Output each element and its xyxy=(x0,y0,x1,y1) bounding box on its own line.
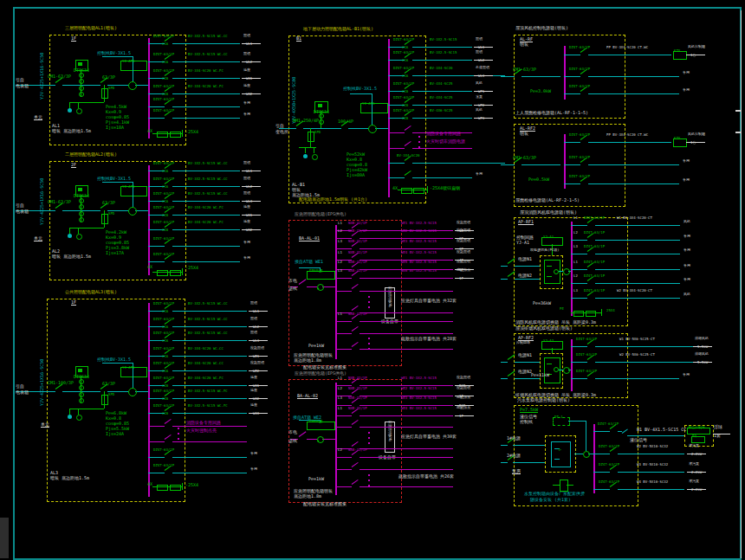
panel-al2-label: 引自 xyxy=(16,203,24,208)
panel-eps2-phase-label: L1 xyxy=(338,407,342,410)
panel-al3-wire xyxy=(182,483,183,490)
panel-ap1-breaker-label: DZ47-63/1P xyxy=(584,231,605,235)
panel-ap2-load-underline xyxy=(693,346,712,347)
panel-pump-wire xyxy=(501,462,508,463)
panel-eps2-label: EPS电源 xyxy=(309,420,322,423)
panel-rf2-cable-spec: PP BV-3X4-SC20 CT.WC xyxy=(606,133,648,137)
panel-al3-cable-spec: BV-3X2.5-SC15 WC.CC xyxy=(188,331,228,335)
panel-pump-label: 1套 xyxy=(714,434,721,438)
panel-alb1-breaker-rating: C16 xyxy=(402,46,408,49)
panel-al1-rect xyxy=(78,62,82,66)
panel-ap2-circle xyxy=(563,367,570,374)
panel-eps2-continuation-dot xyxy=(368,432,370,434)
panel-ap2-cable-spec: W1 BV-5X6-SC25-CT xyxy=(619,338,655,341)
panel-eps1-circuit-wire xyxy=(360,278,453,279)
panel-al2-circuit-wire xyxy=(172,261,240,262)
panel-al1-wire xyxy=(102,56,133,57)
panel-al2-cable-spec: BV-3X2.5-SC15 WC.CC xyxy=(188,162,228,165)
panel-al3-breaker-label: DZ47-63/1P xyxy=(153,404,174,408)
panel-eps1-label: 底边距地1.8m xyxy=(294,358,321,363)
panel-eps1-cable-spec: WE1 BV-3X2.5-SC15 xyxy=(401,222,437,225)
panel-alb1-circle xyxy=(303,154,308,158)
panel-al2-label: YJ-ATS xyxy=(122,185,134,189)
panel-ap2-circuit-wire xyxy=(571,346,587,347)
panel-al2-load-underline xyxy=(242,201,261,202)
panel-al1-load-name: 插座 xyxy=(243,84,250,87)
panel-rf2-circuit-wire xyxy=(588,183,679,184)
panel-eps2-phase-label: L2 xyxy=(338,448,342,452)
panel-rf1-label: KZX xyxy=(674,49,680,53)
panel-eps2-label: 进线 xyxy=(288,439,297,443)
panel-alb1-wire xyxy=(305,147,306,153)
panel-ap1-load-name: 备用 xyxy=(683,248,690,252)
panel-al2-load-underline xyxy=(242,171,261,171)
panel-al1-circuit-wire xyxy=(172,118,240,119)
panel-alb1-circuit-wire xyxy=(388,132,405,133)
frame-wire xyxy=(741,10,742,558)
panel-alb1-wire xyxy=(314,147,314,153)
panel-al1-label: CM1-63/3P xyxy=(48,74,71,79)
panel-eps1-wire xyxy=(307,286,317,287)
panel-eps1-phase-label: L1 xyxy=(338,312,342,316)
panel-ap1-wire xyxy=(515,266,540,267)
panel-al1-circuit-wire xyxy=(172,78,240,79)
panel-ap1-label: 电源N2 xyxy=(518,274,532,278)
panel-ap1-breaker-label: DZ47-63/1P xyxy=(584,245,605,248)
panel-al3-load-underline xyxy=(249,385,268,386)
panel-ap2-load-name: 排烟风机 xyxy=(695,352,709,356)
panel-ap1-label: 双电源切换(PC级) xyxy=(530,248,560,252)
panel-eps2-continuation-dot xyxy=(368,480,370,481)
panel-pump-wire xyxy=(627,435,684,436)
panel-al3-breaker-label: DZ47-63/1P xyxy=(153,448,174,452)
panel-al3-load-name: 应急照明 xyxy=(250,361,264,364)
panel-al3-circuit-wire xyxy=(172,340,247,341)
panel-alb1-breaker-rating: C16 xyxy=(402,74,408,78)
panel-ap1-breaker-label: DZ47-63/1P xyxy=(584,216,605,220)
panel-al3-circle xyxy=(79,385,84,390)
panel-rf1-load-underline xyxy=(686,55,705,55)
panel-al3-circle xyxy=(128,388,137,396)
panel-eps1-load-name: 应急照明 xyxy=(457,239,470,242)
panel-al2-circuit-wire xyxy=(172,215,240,216)
panel-pump-breaker-label: DZ47-63/2P xyxy=(599,480,619,484)
panel-eps2-breaker-label: NXB-32/1P xyxy=(348,407,367,410)
panel-eps2-busbar xyxy=(335,383,337,495)
panel-ap1-circle xyxy=(554,269,559,274)
panel-al1-load-underline xyxy=(242,61,261,62)
panel-eps1-load-name: 应急照明 xyxy=(457,229,470,232)
panel-pump-wire xyxy=(501,445,508,446)
panel-pump-circuit-wire xyxy=(593,489,610,490)
panel-al1-wire xyxy=(182,130,183,137)
panel-alb1-wire xyxy=(348,128,368,129)
panel-ap1-label: 25X4 xyxy=(606,309,615,312)
panel-al3-label: -25X4 xyxy=(185,483,198,487)
panel-pump-load-name: 潜污泵 xyxy=(689,480,699,483)
panel-al2-label: CM1-63/3P xyxy=(48,200,71,204)
panel-pump-cable-spec: W3 BV-5X10-SC32 xyxy=(637,463,668,467)
panel-rf1-load-name: 风机控制箱 xyxy=(688,45,705,48)
panel-al2-breaker-label: DZ47-63/1P xyxy=(153,237,174,241)
panel-al1-busbar xyxy=(148,38,150,138)
panel-ap1-phase-label: L2 xyxy=(573,231,578,235)
panel-rf1-wire xyxy=(501,76,515,77)
panel-eps1-load-name: 应急照明 xyxy=(457,221,470,224)
panel-al2-circle xyxy=(79,198,84,203)
panel-ap2-breaker-label: DZ47-63/3P xyxy=(576,353,597,357)
panel-al2-wire xyxy=(78,228,79,234)
panel-eps1-load-name: 应急照明 xyxy=(457,260,470,263)
panel-eps2-circuit-wire xyxy=(335,469,352,470)
panel-al1-circle xyxy=(79,86,84,91)
panel-eps2-label: 疏散指示自带蓄电池 共26套 xyxy=(398,474,454,479)
panel-eps1-breaker-label: NXB-32/1P xyxy=(348,269,367,273)
panel-al3-circle xyxy=(68,415,72,419)
panel-al2-label: DTS634 xyxy=(74,194,89,198)
panel-al3-label: SPD xyxy=(108,393,114,396)
panel-rf1-circuit-wire xyxy=(588,55,671,55)
panel-al3-circuit-wire xyxy=(172,413,247,414)
panel-ap2-label: YJ-A2 xyxy=(543,339,554,343)
panel-alb1-load-name: 照明 xyxy=(476,37,483,41)
panel-eps1-phase-label: L2 xyxy=(338,261,342,264)
panel-ap1-circuit-wire xyxy=(571,225,587,226)
panel-alb1-label: YJ-ATS xyxy=(362,102,374,106)
panel-al3-breaker-rating: C16 xyxy=(162,355,168,358)
